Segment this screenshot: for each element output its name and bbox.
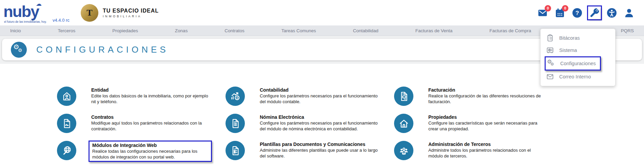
nav-item-contratos[interactable]: Contratos	[225, 28, 245, 33]
card-description: Modifique aquí todos los parámetros rela…	[91, 120, 209, 132]
payroll-document-icon	[226, 114, 245, 133]
card-entidad[interactable]: Entidad Edite los datos básicos de la in…	[57, 86, 226, 113]
card-administracion-terceros[interactable]: Administración de Terceros Administre to…	[394, 141, 563, 168]
users-group-icon	[394, 141, 413, 160]
card-contabilidad[interactable]: $ Contabilidad Configure los parámetros …	[226, 86, 394, 113]
clipboard-icon	[546, 34, 554, 42]
house-user-icon	[57, 87, 76, 106]
card-description: Realice todas las configuraciones necesa…	[92, 149, 208, 160]
calendar-button[interactable]: 0	[554, 7, 566, 19]
help-button[interactable]: ?	[571, 7, 583, 19]
card-description: Configure los parámetros necesarios para…	[260, 93, 378, 105]
user-button[interactable]	[623, 7, 635, 19]
agency-subtitle: INMOBILIARIA	[103, 15, 159, 18]
mail-badge: 0	[545, 5, 551, 12]
nav-item-tareas-comunes[interactable]: Tareas Comunes	[281, 28, 316, 33]
mail-button[interactable]: 0	[536, 7, 549, 19]
nav-item-pqrs[interactable]: PQRS	[621, 28, 634, 33]
card-modulos-integracion-web[interactable]: Módulos de Integración Web Realice todas…	[57, 141, 226, 168]
card-title: Nómina Electrónica	[260, 114, 378, 120]
card-title: Administración de Terceros	[428, 142, 546, 147]
user-icon	[624, 7, 635, 18]
agency-name: TU ESPACIO IDEAL	[103, 8, 159, 14]
tools-dropdown-menu: Bitácoras Sistema ⚙ ⚙ Configuraciones Co…	[540, 29, 616, 86]
nav-item-contabilidad[interactable]: Contabilidad	[353, 28, 378, 33]
menu-item-configuraciones[interactable]: ⚙ ⚙ Configuraciones	[545, 56, 601, 71]
card-description: Administre todos los parámetros relacion…	[428, 148, 546, 159]
app-version: v4.4.0 rc	[53, 18, 70, 23]
menu-item-label: Sistema	[559, 48, 577, 53]
invoice-icon	[394, 87, 413, 106]
header-icon-bar: 0 0 ?	[536, 7, 638, 19]
menu-item-label: Correo Interno	[559, 74, 591, 79]
safe-icon	[546, 46, 554, 54]
page-title: CONFIGURACIONES	[36, 44, 169, 55]
nav-item-inicio[interactable]: Inicio	[10, 28, 21, 33]
card-title: Propiedades	[428, 114, 546, 120]
templates-document-icon	[226, 141, 245, 160]
tools-icon	[589, 7, 600, 18]
top-header: nuby ☁ el futuro de las inmobiliarias, h…	[0, 0, 644, 25]
svg-text:$: $	[236, 96, 238, 99]
svg-text:?: ?	[575, 10, 579, 16]
cloud-icon: ☁	[36, 0, 42, 7]
card-description: Configure las características que serán …	[428, 120, 546, 132]
card-description: Configure los parámetros necesarios para…	[260, 120, 378, 132]
nav-item-terceros[interactable]: Terceros	[58, 28, 75, 33]
gear-glyph-small: ⚙	[18, 48, 22, 53]
agency-monogram: T	[86, 8, 92, 18]
card-plantillas[interactable]: Plantillas para Documentos y Comunicacio…	[226, 141, 394, 168]
agency-text-block: TU ESPACIO IDEAL INMOBILIARIA	[103, 8, 159, 18]
nuby-tagline: el futuro de las inmobiliarias, hoy.	[4, 20, 47, 23]
tools-button[interactable]	[588, 7, 601, 19]
gears-icon: ⚙ ⚙	[547, 59, 555, 68]
card-description: Administre las diferentes plantillas que…	[260, 148, 378, 159]
card-title: Plantillas para Documentos y Comunicacio…	[260, 142, 378, 147]
menu-item-label: Configuraciones	[560, 61, 596, 66]
help-icon: ?	[572, 7, 583, 18]
configurations-gears-icon: ⚙ ⚙	[11, 42, 27, 58]
nav-item-zonas[interactable]: Zonas	[175, 28, 188, 33]
card-nomina-electronica[interactable]: Nómina Electrónica Configure los parámet…	[226, 113, 394, 141]
nav-item-facturas-venta[interactable]: Facturas de Venta	[415, 28, 453, 33]
card-title: Contabilidad	[260, 87, 378, 93]
card-propiedades[interactable]: Propiedades Configure las característica…	[394, 113, 563, 141]
card-contratos[interactable]: Contratos Modifique aquí todos los parám…	[57, 113, 226, 141]
globe-cursor-icon	[57, 141, 76, 160]
menu-item-correo-interno[interactable]: Correo Interno	[541, 71, 615, 83]
card-title: Entidad	[91, 87, 209, 93]
contract-icon	[57, 114, 76, 133]
menu-item-sistema[interactable]: Sistema	[541, 44, 615, 56]
envelope-icon	[546, 73, 554, 81]
accessibility-icon	[606, 7, 617, 18]
card-description: Edite los datos básicos de la inmobiliar…	[91, 93, 209, 105]
accessibility-button[interactable]	[606, 7, 618, 19]
card-title: Contratos	[91, 114, 209, 120]
nav-item-facturas-compra[interactable]: Facturas de Compra	[489, 28, 531, 33]
card-facturacion[interactable]: Facturación Realice la configuración de …	[394, 86, 563, 113]
agency-logo: T	[81, 4, 98, 22]
card-title: Módulos de Integración Web	[92, 143, 208, 148]
house-icon	[394, 114, 413, 133]
card-description: Realice la configuración de las diferent…	[428, 93, 546, 105]
card-title: Facturación	[428, 87, 546, 93]
nuby-logo: nuby ☁ el futuro de las inmobiliarias, h…	[3, 2, 75, 24]
menu-item-label: Bitácoras	[559, 35, 580, 41]
highlighted-card-text: Módulos de Integración Web Realice todas…	[89, 141, 212, 162]
calendar-badge: 0	[562, 5, 568, 12]
nav-item-propiedades[interactable]: Propiedades	[112, 28, 138, 33]
menu-item-bitacoras[interactable]: Bitácoras	[541, 32, 615, 44]
chart-dollar-icon: $	[226, 87, 245, 106]
